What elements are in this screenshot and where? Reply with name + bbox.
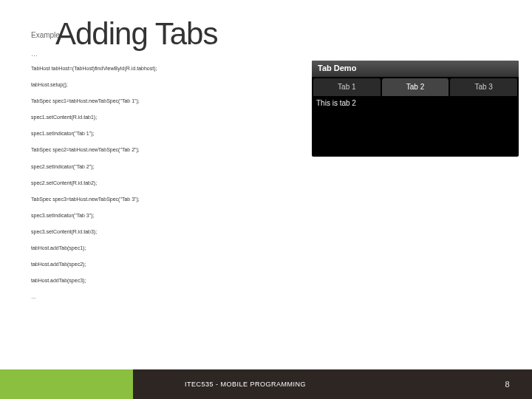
- footer-course: ITEC535 - MOBILE PROGRAMMING: [185, 381, 306, 388]
- tab-2[interactable]: Tab 2: [382, 78, 449, 96]
- code-line: tabHost.addTab(spec3);: [31, 277, 260, 284]
- footer-accent: [0, 369, 133, 399]
- page-title: Adding Tabs: [55, 16, 217, 52]
- device-titlebar: Tab Demo: [312, 61, 519, 77]
- code-line: tabHost.addTab(spec2);: [31, 261, 260, 267]
- footer: ITEC535 - MOBILE PROGRAMMING 8: [0, 369, 532, 399]
- tab-1[interactable]: Tab 1: [313, 78, 381, 96]
- code-line: …: [31, 293, 260, 300]
- page-number: 8: [505, 380, 510, 389]
- code-line: spec3.setContent(R.id.tab3);: [31, 228, 260, 235]
- code-line: TabSpec spec1=tabHost.newTabSpec("Tab 1"…: [31, 98, 260, 104]
- code-block: TabHost tabHost=(TabHost)findViewById(R.…: [31, 65, 260, 310]
- code-line: TabSpec spec3=tabHost.newTabSpec("Tab 3"…: [31, 196, 260, 202]
- code-line: tabHost.addTab(spec1);: [31, 245, 260, 251]
- tab-3[interactable]: Tab 3: [450, 78, 517, 96]
- ellipsis-top: …: [31, 50, 38, 58]
- device-screenshot: Tab Demo Tab 1 Tab 2 Tab 3 This is tab 2: [312, 61, 519, 157]
- slide: Example: Adding Tabs … TabHost tabHost=(…: [0, 0, 532, 399]
- code-line: spec1.setContent(R.id.tab1);: [31, 114, 260, 120]
- code-line: TabSpec spec2=tabHost.newTabSpec("Tab 2"…: [31, 146, 260, 153]
- code-line: spec3.setIndicator("Tab 3");: [31, 212, 260, 219]
- tab-content: This is tab 2: [312, 96, 519, 110]
- tab-strip: Tab 1 Tab 2 Tab 3: [312, 77, 519, 96]
- code-line: spec2.setContent(R.id.tab2);: [31, 180, 260, 186]
- code-line: tabHost.setup();: [31, 81, 260, 88]
- code-line: TabHost tabHost=(TabHost)findViewById(R.…: [31, 65, 260, 72]
- code-line: spec1.setIndicator("Tab 1");: [31, 130, 260, 137]
- footer-main: ITEC535 - MOBILE PROGRAMMING 8: [133, 369, 532, 399]
- code-line: spec2.setIndicator("Tab 2");: [31, 163, 260, 170]
